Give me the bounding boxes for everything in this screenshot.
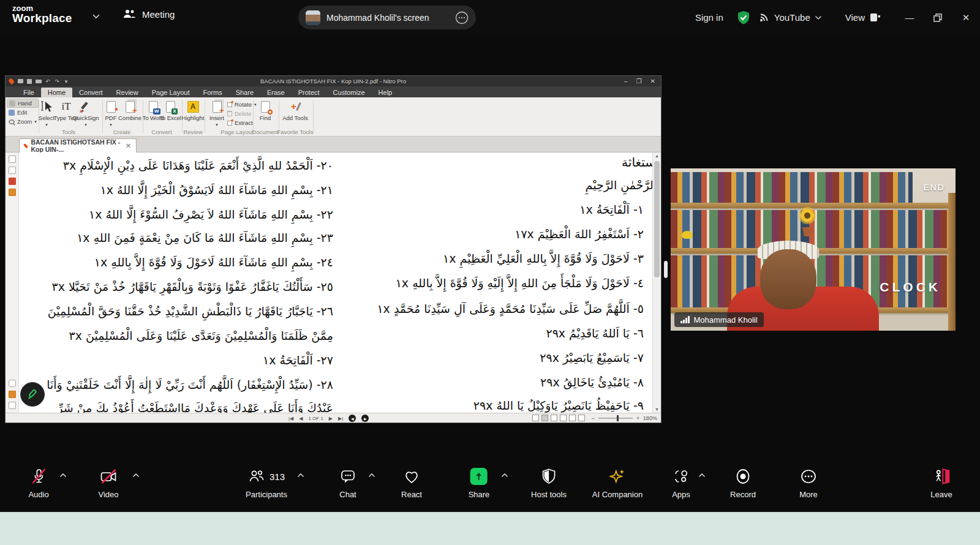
participants-count: 313 bbox=[270, 472, 285, 482]
record-label: Record bbox=[730, 490, 756, 499]
menu-forms[interactable]: Forms bbox=[196, 88, 228, 97]
pdf-title-bar[interactable]: ↶ ↷ ▾ BACAAN ISTIGHOTSAH FIX - Kop UIN-2… bbox=[6, 76, 661, 86]
last-page-button[interactable]: ▶| bbox=[338, 416, 343, 421]
fullscreen-view-icon[interactable] bbox=[578, 415, 585, 421]
topbar-right-cluster: Sign in YouTube View — ✕ bbox=[682, 0, 980, 35]
find-label: Find bbox=[260, 115, 271, 121]
apps-button[interactable]: Apps bbox=[672, 467, 690, 499]
record-icon bbox=[734, 467, 752, 486]
first-page-button[interactable]: |◀ bbox=[288, 416, 293, 421]
pdf-menu-bar: File Home Convert Review Page Layout For… bbox=[6, 86, 661, 97]
workspace-chevron-down-icon[interactable] bbox=[92, 13, 100, 19]
ai-companion-button[interactable]: AI Companion bbox=[592, 467, 643, 499]
tab-close-icon[interactable]: ✕ bbox=[126, 142, 131, 150]
find-button[interactable]: Find bbox=[249, 99, 281, 121]
menu-erase[interactable]: Erase bbox=[260, 88, 292, 97]
windows-taskbar: 85° Search T zoom bbox=[0, 512, 980, 545]
window-minimize-button[interactable]: — bbox=[895, 0, 924, 35]
group-label-create: Create bbox=[113, 129, 131, 135]
pdf-close-button[interactable]: ✕ bbox=[650, 78, 655, 85]
single-page-view-icon[interactable] bbox=[532, 415, 539, 421]
scrollbar-thumb[interactable] bbox=[654, 161, 660, 277]
participants-options-chevron[interactable] bbox=[297, 473, 305, 478]
pages-panel-icon[interactable] bbox=[9, 156, 16, 163]
zoom-in-button[interactable]: + bbox=[636, 415, 639, 421]
menu-customize[interactable]: Customize bbox=[326, 88, 372, 97]
bookmarks-panel-icon[interactable] bbox=[9, 167, 16, 174]
share-screen-icon bbox=[470, 468, 488, 485]
pdf-minimize-button[interactable]: – bbox=[624, 78, 628, 85]
highlight-icon: A bbox=[187, 101, 199, 113]
pdf-window-title: BACAAN ISTIGHOTSAH FIX - Kop UIN-2.pdf -… bbox=[6, 78, 661, 85]
security-panel-icon[interactable] bbox=[9, 189, 16, 196]
document-tab[interactable]: BACAAN ISTIGHOTSAH FIX - Kop UIN-... ✕ bbox=[19, 138, 137, 152]
zoom-out-button[interactable]: − bbox=[591, 415, 594, 421]
menu-page-layout[interactable]: Page Layout bbox=[145, 88, 197, 97]
facing-view-icon[interactable] bbox=[551, 415, 557, 421]
menu-protect[interactable]: Protect bbox=[292, 88, 326, 97]
share-options-chevron[interactable] bbox=[501, 473, 509, 478]
insert-label: Insert bbox=[209, 115, 224, 121]
youtube-live-control[interactable]: YouTube bbox=[750, 12, 831, 23]
add-tools-button[interactable]: + Add Tools bbox=[279, 99, 311, 121]
menu-convert[interactable]: Convert bbox=[72, 88, 110, 97]
security-shield-icon[interactable] bbox=[737, 10, 750, 25]
book-view-icon[interactable] bbox=[560, 415, 567, 421]
zoom-slider-thumb[interactable] bbox=[617, 415, 619, 421]
page-indicator: 1 OF 1 bbox=[308, 416, 323, 421]
audio-options-chevron[interactable] bbox=[59, 473, 67, 478]
fit-width-icon[interactable] bbox=[569, 415, 576, 421]
rotate-icon bbox=[227, 102, 232, 107]
layers-panel-icon[interactable] bbox=[9, 402, 16, 409]
record-button[interactable]: Record bbox=[730, 467, 756, 499]
video-label: Video bbox=[98, 490, 118, 499]
host-tools-button[interactable]: Host tools bbox=[531, 467, 567, 499]
previous-page-button[interactable]: ◀ bbox=[299, 416, 303, 421]
zoom-slider[interactable] bbox=[598, 418, 633, 419]
view-control[interactable]: View bbox=[831, 12, 895, 23]
signatures-panel-icon[interactable] bbox=[9, 178, 16, 185]
history-forward-button[interactable]: ▶ bbox=[361, 415, 369, 422]
share-button[interactable]: Share bbox=[469, 467, 490, 499]
screen-share-pill[interactable]: Mohammad Kholil's screen bbox=[298, 6, 476, 29]
pdf-vertical-scrollbar[interactable]: ▲ ▼ bbox=[652, 152, 661, 413]
zoom-workplace-logo: zoom Workplace bbox=[12, 4, 72, 24]
menu-review[interactable]: Review bbox=[110, 88, 145, 97]
group-label-favorite-tools: Favorite Tools bbox=[277, 129, 314, 135]
leave-button[interactable]: Leave bbox=[930, 467, 952, 499]
audio-button[interactable]: Audio bbox=[28, 467, 48, 499]
window-close-button[interactable]: ✕ bbox=[952, 0, 980, 35]
sign-in-link[interactable]: Sign in bbox=[682, 12, 737, 23]
react-button[interactable]: React bbox=[401, 467, 422, 499]
magnifier-icon bbox=[9, 119, 15, 124]
view-label: View bbox=[845, 12, 865, 23]
participants-button[interactable]: 313 Participants bbox=[246, 467, 287, 499]
chat-options-chevron[interactable] bbox=[368, 473, 376, 478]
more-button[interactable]: More bbox=[799, 467, 818, 499]
shelf-side-panel bbox=[948, 193, 956, 331]
attachments-panel-icon[interactable] bbox=[9, 391, 16, 398]
menu-share[interactable]: Share bbox=[229, 88, 260, 97]
apps-options-chevron[interactable] bbox=[698, 473, 706, 478]
pdf-maximize-button[interactable]: ❐ bbox=[636, 78, 642, 85]
continuous-view-icon[interactable] bbox=[541, 415, 548, 421]
menu-help[interactable]: Help bbox=[372, 88, 399, 97]
more-options-icon[interactable] bbox=[455, 11, 469, 24]
share-label: Share bbox=[469, 490, 490, 499]
tab-meeting[interactable]: Meeting bbox=[123, 9, 175, 20]
menu-home[interactable]: Home bbox=[41, 88, 72, 97]
sunflower-decor bbox=[801, 209, 814, 222]
window-restore-button[interactable] bbox=[924, 0, 952, 35]
participant-video-tile[interactable]: END CLOCK Mohammad Kholil bbox=[671, 168, 956, 331]
arabic-line: ٢٤- بِسْمِ اللهِ مَاشَآءَ اللهُ لَاحَوْل… bbox=[94, 255, 333, 269]
annotation-pencil-fab[interactable] bbox=[20, 382, 45, 407]
video-button[interactable]: Video bbox=[98, 467, 118, 499]
next-page-button[interactable]: ▶ bbox=[329, 416, 333, 421]
menu-file[interactable]: File bbox=[17, 88, 41, 97]
chat-button[interactable]: Chat bbox=[339, 467, 356, 499]
panel-resize-handle[interactable] bbox=[664, 261, 668, 278]
presenter-avatar bbox=[306, 10, 320, 25]
video-options-chevron[interactable] bbox=[132, 473, 140, 478]
history-back-button[interactable]: ◀ bbox=[349, 415, 356, 422]
comments-panel-icon[interactable] bbox=[9, 380, 16, 387]
